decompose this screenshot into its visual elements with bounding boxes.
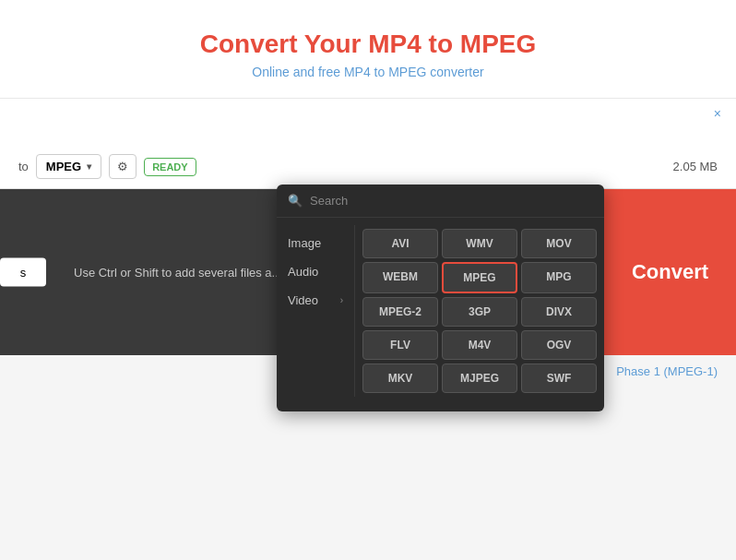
settings-button[interactable]: ⚙ bbox=[109, 154, 137, 179]
phase-text: Phase 1 (MPEG-1) bbox=[616, 364, 718, 378]
format-button-mkv[interactable]: MKV bbox=[362, 363, 438, 393]
hint-text: Use Ctrl or Shift to add several files a… bbox=[74, 266, 281, 280]
search-input[interactable] bbox=[310, 194, 593, 208]
category-item-audio[interactable]: Audio bbox=[277, 257, 354, 286]
format-button-wmv[interactable]: WMV bbox=[442, 229, 517, 258]
ready-badge: READY bbox=[144, 158, 196, 176]
page-title: Convert Your MP4 to MPEG bbox=[0, 30, 736, 59]
format-button-flv[interactable]: FLV bbox=[362, 330, 438, 360]
ad-area: × bbox=[0, 99, 736, 145]
format-button-mjpeg[interactable]: MJPEG bbox=[442, 363, 517, 393]
header: Convert Your MP4 to MPEG Online and free… bbox=[0, 0, 736, 99]
category-label: Image bbox=[288, 236, 321, 250]
category-item-video[interactable]: Video› bbox=[277, 286, 354, 315]
format-button-avi[interactable]: AVI bbox=[362, 229, 438, 258]
search-box: 🔍 bbox=[277, 185, 604, 218]
page-subtitle: Online and free MP4 to MPEG converter bbox=[0, 65, 736, 79]
close-icon[interactable]: × bbox=[714, 106, 721, 121]
formats-grid: AVIWMVMOVWEBMMPEGMPGMPEG-23GPDIVXFLVM4VO… bbox=[355, 225, 604, 397]
chevron-right-icon: › bbox=[340, 295, 343, 305]
category-label: Video bbox=[288, 293, 318, 307]
to-label: to bbox=[18, 160, 29, 173]
format-button-webm[interactable]: WEBM bbox=[362, 262, 438, 293]
format-button-mpeg[interactable]: MPEG bbox=[442, 262, 517, 293]
file-size: 2.05 MB bbox=[673, 160, 718, 173]
toolbar: to MPEG ▾ ⚙ READY 2.05 MB bbox=[0, 145, 736, 189]
format-button-divx[interactable]: DIVX bbox=[521, 297, 597, 327]
format-dropdown-panel: 🔍 ImageAudioVideo› AVIWMVMOVWEBMMPEGMPGM… bbox=[277, 185, 604, 411]
panel-body: ImageAudioVideo› AVIWMVMOVWEBMMPEGMPGMPE… bbox=[277, 218, 604, 404]
format-button-m4v[interactable]: M4V bbox=[442, 330, 517, 360]
format-button-mpeg-2[interactable]: MPEG-2 bbox=[362, 297, 438, 327]
format-button-mpg[interactable]: MPG bbox=[521, 262, 597, 293]
chevron-down-icon: ▾ bbox=[87, 161, 91, 172]
categories-list: ImageAudioVideo› bbox=[277, 225, 355, 397]
convert-button[interactable]: Convert bbox=[604, 189, 736, 355]
format-button-mov[interactable]: MOV bbox=[521, 229, 597, 258]
files-button[interactable]: s bbox=[0, 258, 46, 287]
search-icon: 🔍 bbox=[288, 194, 303, 208]
category-item-image[interactable]: Image bbox=[277, 229, 354, 257]
category-label: Audio bbox=[288, 265, 318, 279]
format-button-3gp[interactable]: 3GP bbox=[442, 297, 517, 327]
format-value: MPEG bbox=[46, 160, 81, 173]
format-dropdown[interactable]: MPEG ▾ bbox=[36, 154, 101, 179]
format-button-ogv[interactable]: OGV bbox=[521, 330, 597, 360]
format-button-swf[interactable]: SWF bbox=[521, 363, 597, 393]
